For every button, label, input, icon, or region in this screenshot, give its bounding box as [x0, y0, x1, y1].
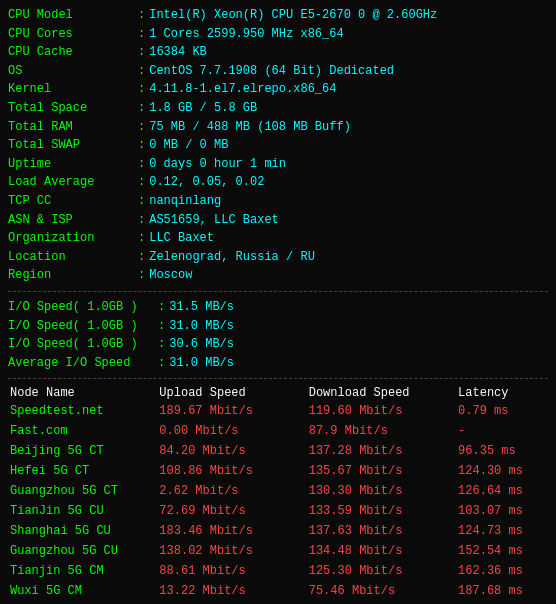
total-space-row: Total Space : 1.8 GB / 5.8 GB — [8, 99, 548, 118]
download-speed-cell: 125.30 Mbit/s — [307, 561, 456, 581]
table-row: Guangzhou 5G CU138.02 Mbit/s134.48 Mbit/… — [8, 541, 548, 561]
node-name-cell: Shanghai 5G CU — [8, 521, 157, 541]
upload-speed-cell: 88.61 Mbit/s — [157, 561, 306, 581]
cpu-cores-label: CPU Cores — [8, 25, 138, 44]
download-speed-cell: 119.60 Mbit/s — [307, 401, 456, 421]
cpu-cores-row: CPU Cores : 1 Cores 2599.950 MHz x86_64 — [8, 25, 548, 44]
upload-speed-cell: 2.62 Mbit/s — [157, 481, 306, 501]
system-info: CPU Model : Intel(R) Xeon(R) CPU E5-2670… — [8, 6, 548, 285]
total-space-value: 1.8 GB / 5.8 GB — [149, 99, 257, 118]
latency-cell: 187.68 ms — [456, 581, 548, 601]
latency-cell: - — [456, 421, 548, 441]
table-row: Hefei 5G CT108.86 Mbit/s135.67 Mbit/s124… — [8, 461, 548, 481]
download-speed-cell: 130.30 Mbit/s — [307, 481, 456, 501]
cpu-model-label: CPU Model — [8, 6, 138, 25]
table-row: Tianjin 5G CM88.61 Mbit/s125.30 Mbit/s16… — [8, 561, 548, 581]
io2-label: I/O Speed( 1.0GB ) — [8, 317, 158, 336]
tcp-cc-label: TCP CC — [8, 192, 138, 211]
organization-value: LLC Baxet — [149, 229, 214, 248]
table-row: Guangzhou 5G CT2.62 Mbit/s130.30 Mbit/s1… — [8, 481, 548, 501]
location-label: Location — [8, 248, 138, 267]
node-name-cell: TianJin 5G CU — [8, 501, 157, 521]
upload-speed-cell: 84.20 Mbit/s — [157, 441, 306, 461]
region-row: Region : Moscow — [8, 266, 548, 285]
cpu-cache-row: CPU Cache : 16384 KB — [8, 43, 548, 62]
tcp-cc-value: nanqinlang — [149, 192, 221, 211]
total-ram-label: Total RAM — [8, 118, 138, 137]
load-average-value: 0.12, 0.05, 0.02 — [149, 173, 264, 192]
cpu-cores-value: 1 Cores 2599.950 MHz x86_64 — [149, 25, 343, 44]
total-swap-row: Total SWAP : 0 MB / 0 MB — [8, 136, 548, 155]
speedtest-section: Node Name Upload Speed Download Speed La… — [8, 385, 548, 604]
upload-speed-cell: 183.46 Mbit/s — [157, 521, 306, 541]
download-speed-cell: 135.67 Mbit/s — [307, 461, 456, 481]
latency-cell: 96.35 ms — [456, 441, 548, 461]
download-speed-cell: 134.48 Mbit/s — [307, 541, 456, 561]
uptime-label: Uptime — [8, 155, 138, 174]
io2-row: I/O Speed( 1.0GB ) : 31.0 MB/s — [8, 317, 548, 336]
region-label: Region — [8, 266, 138, 285]
load-average-row: Load Average : 0.12, 0.05, 0.02 — [8, 173, 548, 192]
table-row: TianJin 5G CU72.69 Mbit/s133.59 Mbit/s10… — [8, 501, 548, 521]
total-swap-value: 0 MB / 0 MB — [149, 136, 228, 155]
upload-speed-cell: 108.86 Mbit/s — [157, 461, 306, 481]
io1-value: 31.5 MB/s — [169, 298, 234, 317]
kernel-label: Kernel — [8, 80, 138, 99]
node-name-cell: Wuxi 5G CM — [8, 581, 157, 601]
col-upload-header: Upload Speed — [157, 385, 306, 401]
divider-1 — [8, 291, 548, 292]
node-name-cell: Tianjin 5G CM — [8, 561, 157, 581]
table-row: Shanghai 5G CU183.46 Mbit/s137.63 Mbit/s… — [8, 521, 548, 541]
download-speed-cell: 75.46 Mbit/s — [307, 581, 456, 601]
download-speed-cell: 133.59 Mbit/s — [307, 501, 456, 521]
kernel-value: 4.11.8-1.el7.elrepo.x86_64 — [149, 80, 336, 99]
os-value: CentOS 7.7.1908 (64 Bit) Dedicated — [149, 62, 394, 81]
region-value: Moscow — [149, 266, 192, 285]
os-row: OS : CentOS 7.7.1908 (64 Bit) Dedicated — [8, 62, 548, 81]
download-speed-cell: 87.9 Mbit/s — [307, 421, 456, 441]
node-name-cell: Guangzhou 5G CU — [8, 541, 157, 561]
col-node-header: Node Name — [8, 385, 157, 401]
latency-cell: 124.73 ms — [456, 521, 548, 541]
latency-cell: 124.30 ms — [456, 461, 548, 481]
io3-row: I/O Speed( 1.0GB ) : 30.6 MB/s — [8, 335, 548, 354]
asn-isp-value: AS51659, LLC Baxet — [149, 211, 279, 230]
cpu-model-value: Intel(R) Xeon(R) CPU E5-2670 0 @ 2.60GHz — [149, 6, 437, 25]
tcp-cc-row: TCP CC : nanqinlang — [8, 192, 548, 211]
organization-row: Organization : LLC Baxet — [8, 229, 548, 248]
total-space-label: Total Space — [8, 99, 138, 118]
upload-speed-cell: 138.02 Mbit/s — [157, 541, 306, 561]
io3-label: I/O Speed( 1.0GB ) — [8, 335, 158, 354]
cpu-model-row: CPU Model : Intel(R) Xeon(R) CPU E5-2670… — [8, 6, 548, 25]
upload-speed-cell: 13.22 Mbit/s — [157, 581, 306, 601]
uptime-row: Uptime : 0 days 0 hour 1 min — [8, 155, 548, 174]
download-speed-cell: 137.28 Mbit/s — [307, 441, 456, 461]
node-name-cell: Fast.com — [8, 421, 157, 441]
io-section: I/O Speed( 1.0GB ) : 31.5 MB/s I/O Speed… — [8, 298, 548, 372]
load-average-label: Load Average — [8, 173, 138, 192]
asn-isp-row: ASN & ISP : AS51659, LLC Baxet — [8, 211, 548, 230]
uptime-value: 0 days 0 hour 1 min — [149, 155, 286, 174]
organization-label: Organization — [8, 229, 138, 248]
avg-io-row: Average I/O Speed : 31.0 MB/s — [8, 354, 548, 373]
table-row: Speedtest.net189.67 Mbit/s119.60 Mbit/s0… — [8, 401, 548, 421]
node-name-cell: Beijing 5G CT — [8, 441, 157, 461]
latency-cell: 103.07 ms — [456, 501, 548, 521]
io3-value: 30.6 MB/s — [169, 335, 234, 354]
avg-io-value: 31.0 MB/s — [169, 354, 234, 373]
io2-value: 31.0 MB/s — [169, 317, 234, 336]
io1-label: I/O Speed( 1.0GB ) — [8, 298, 158, 317]
download-speed-cell: 137.63 Mbit/s — [307, 521, 456, 541]
table-header: Node Name Upload Speed Download Speed La… — [8, 385, 548, 401]
cpu-cache-value: 16384 KB — [149, 43, 207, 62]
cpu-cache-label: CPU Cache — [8, 43, 138, 62]
latency-cell: 162.36 ms — [456, 561, 548, 581]
os-label: OS — [8, 62, 138, 81]
table-row: Wuxi 5G CM13.22 Mbit/s75.46 Mbit/s187.68… — [8, 581, 548, 601]
total-ram-value: 75 MB / 488 MB (108 MB Buff) — [149, 118, 351, 137]
upload-speed-cell: 189.67 Mbit/s — [157, 401, 306, 421]
latency-cell: 0.79 ms — [456, 401, 548, 421]
node-name-cell: Speedtest.net — [8, 401, 157, 421]
col-latency-header: Latency — [456, 385, 548, 401]
node-name-cell: Guangzhou 5G CT — [8, 481, 157, 501]
